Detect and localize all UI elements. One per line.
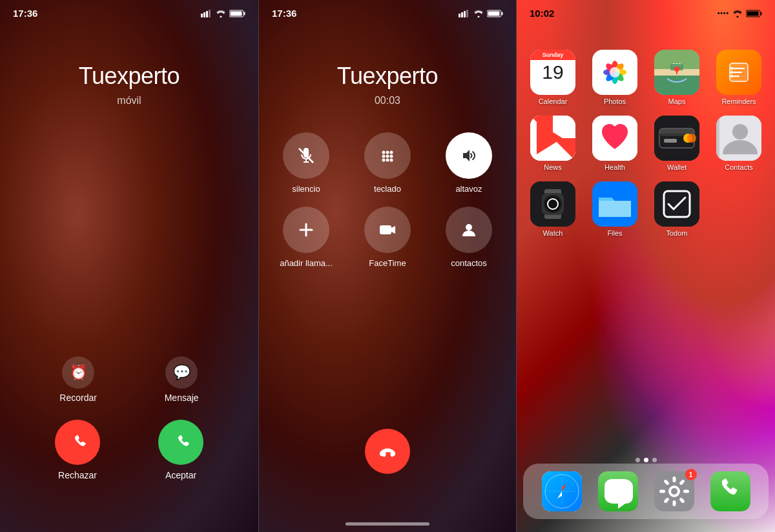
dock-messages[interactable] [598,471,638,511]
mute-label: silencio [292,184,320,194]
svg-rect-2 [206,11,208,17]
svg-point-17 [382,151,386,154]
remind-icon: ⏰ [62,356,94,389]
caller-sub-panel1: móvil [79,95,180,107]
signal-icon [201,10,212,17]
svg-point-71 [544,195,562,213]
wallet-label: Wallet [667,163,687,171]
caller-name-panel1: Tuexperto [79,63,180,90]
accept-icon [158,420,203,465]
calendar-icon: Sunday 19 [530,50,575,95]
dock-phone[interactable] [710,471,750,511]
hangup-section [365,429,410,474]
svg-point-54 [730,75,733,77]
page-dot-1 [636,458,640,462]
contacts-label: contactos [451,258,487,268]
caller-info-panel1: Tuexperto móvil [79,63,180,107]
call-duration: 00:03 [337,95,438,107]
files-icon [592,181,637,227]
app-grid: Sunday 19 Calendar .p1{fill:#FF3B30;} .p… [517,37,775,250]
app-contacts[interactable]: Contacts [713,116,765,171]
app-news[interactable]: News [527,116,579,171]
svg-rect-5 [244,12,245,15]
facetime-label: FaceTime [369,258,406,268]
message-button[interactable]: 💬 Mensaje [165,356,199,403]
app-health[interactable]: Health [589,116,641,171]
keyboard-label: teclado [374,184,401,194]
battery-icon-home [746,10,762,17]
home-screen-panel: 10:02 •••• Sunday 19 Calendar [517,0,775,532]
reminders-icon [716,50,761,95]
hangup-button[interactable] [365,429,410,474]
status-icons-home: •••• [718,10,762,17]
wifi-icon-2 [473,10,484,17]
svg-rect-31 [761,12,762,15]
app-todom[interactable]: Todom [651,181,703,237]
svg-rect-7 [459,14,460,17]
app-reminders[interactable]: Reminders [713,50,765,105]
wifi-icon [216,10,226,17]
carrier-signal: •••• [718,10,729,17]
contacts-app-label: Contacts [725,163,752,171]
contacts-app-icon [716,116,761,161]
svg-point-41 [610,67,620,77]
svg-point-22 [390,155,393,158]
mute-button[interactable]: silencio [272,132,340,194]
svg-point-24 [386,159,389,162]
reject-icon [55,420,100,465]
app-wallet[interactable]: Wallet [651,116,703,171]
add-call-label: añadir llama... [280,258,333,268]
reminders-label: Reminders [721,97,756,105]
contacts-button[interactable]: contactos [435,207,503,268]
remind-label: Recordar [59,393,97,403]
keyboard-icon [364,132,411,179]
app-watch[interactable]: Watch [527,181,579,237]
speaker-button[interactable]: altavoz [435,132,503,194]
contacts-icon [446,207,492,253]
keyboard-button[interactable]: teclado [353,132,422,194]
maps-label: Maps [668,97,686,105]
app-dock: 1 [523,464,769,519]
dock-settings[interactable]: 1 [654,471,694,511]
maps-icon: 280 [654,50,699,95]
status-bar-panel2: 17:36 [259,0,516,24]
svg-point-19 [390,151,393,154]
svg-rect-28 [380,225,391,234]
watch-icon [530,181,575,227]
mute-icon [283,132,329,179]
svg-rect-75 [654,181,699,227]
remind-button[interactable]: ⏰ Recordar [59,356,97,403]
page-indicator [517,458,775,462]
cal-num: 19 [542,61,563,83]
facetime-icon [364,207,411,253]
svg-point-20 [382,155,386,158]
dock-safari[interactable] [542,471,582,511]
watch-label: Watch [543,229,563,237]
settings-badge: 1 [685,469,697,480]
page-dot-3 [652,458,657,462]
svg-point-53 [730,71,733,74]
app-files[interactable]: Files [589,181,641,237]
svg-rect-85 [659,490,665,493]
svg-point-66 [732,124,748,139]
photos-icon: .p1{fill:#FF3B30;} .p2{fill:#FF9500;} .p… [592,50,637,95]
svg-rect-10 [466,10,468,17]
svg-rect-43 [654,72,699,95]
svg-point-23 [382,159,386,162]
accept-call-button[interactable]: Aceptar [158,420,203,480]
news-label: News [544,163,562,171]
svg-rect-13 [488,11,500,15]
photos-label: Photos [604,97,626,105]
caller-name-panel2: Tuexperto [337,63,438,90]
facetime-button[interactable]: FaceTime [353,207,422,268]
reject-call-button[interactable]: Rechazar [55,420,100,480]
add-call-button[interactable]: añadir llama... [272,207,340,268]
health-label: Health [604,163,625,171]
home-bar-panel2 [346,522,429,526]
app-photos[interactable]: .p1{fill:#FF3B30;} .p2{fill:#FF9500;} .p… [589,50,641,105]
app-calendar[interactable]: Sunday 19 Calendar [527,50,579,105]
accept-label: Aceptar [165,470,196,480]
svg-point-29 [466,224,472,230]
svg-rect-8 [461,12,463,17]
app-maps[interactable]: 280 Maps [651,50,703,105]
